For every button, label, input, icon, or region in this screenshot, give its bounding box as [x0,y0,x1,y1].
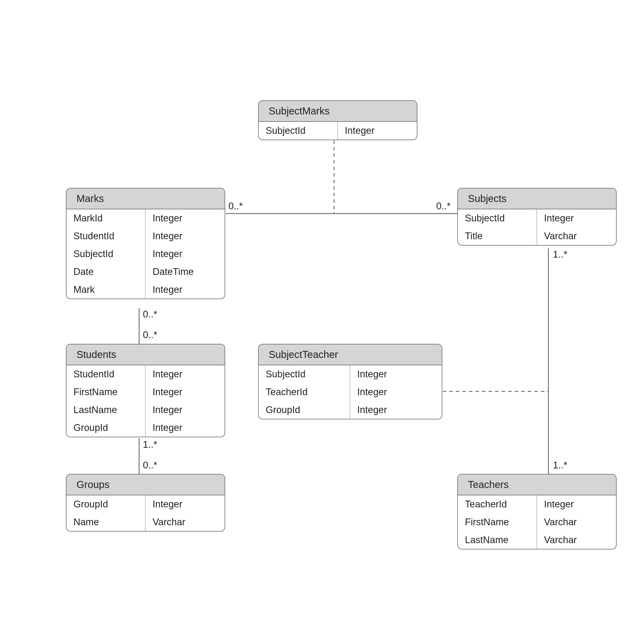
entity-title: Students [66,344,225,365]
multiplicity-label: 0..* [143,330,157,340]
field-name: SubjectId [259,122,338,140]
entity-teachers: Teachers TeacherId Integer FirstName Var… [457,474,617,549]
multiplicity-label: 0..* [436,201,451,212]
field-name: FirstName [66,383,146,401]
field-name: SubjectId [458,209,537,227]
entity-title: Teachers [458,474,616,495]
field-type: DateTime [146,263,225,281]
field-type: Varchar [537,227,616,245]
entity-title: Marks [66,188,225,209]
field-type: Integer [350,365,442,383]
entity-subjectteacher: SubjectTeacher SubjectId Integer Teacher… [258,344,442,419]
entity-title: Subjects [458,188,616,209]
entity-title: SubjectTeacher [259,344,442,365]
field-name: Title [458,227,537,245]
field-type: Integer [146,365,225,383]
entity-rows: StudentId Integer FirstName Integer Last… [66,365,225,437]
entity-rows: SubjectId Integer [259,122,417,140]
field-type: Integer [537,495,616,513]
multiplicity-label: 0..* [228,201,243,212]
field-name: FirstName [458,513,537,531]
entity-rows: TeacherId Integer FirstName Varchar Last… [458,495,616,549]
field-type: Integer [146,401,225,419]
entity-rows: SubjectId Integer TeacherId Integer Grou… [259,365,442,419]
entity-subjects: Subjects SubjectId Integer Title Varchar [457,188,617,246]
entity-title: Groups [66,474,225,495]
multiplicity-label: 0..* [143,309,157,320]
field-type: Varchar [537,531,616,549]
entity-rows: GroupId Integer Name Varchar [66,495,225,531]
field-type: Integer [146,419,225,437]
field-name: StudentId [66,365,146,383]
field-name: TeacherId [259,383,350,401]
field-type: Integer [146,245,225,263]
field-type: Integer [146,495,225,513]
erd-canvas: SubjectMarks SubjectId Integer Marks Mar… [0,0,644,644]
entity-groups: Groups GroupId Integer Name Varchar [66,474,225,532]
field-type: Integer [146,227,225,245]
field-type: Varchar [146,513,225,531]
entity-title: SubjectMarks [259,101,417,122]
field-name: MarkId [66,209,146,227]
multiplicity-label: 1..* [143,439,157,450]
multiplicity-label: 1..* [553,460,567,471]
field-name: GroupId [259,401,350,419]
field-type: Integer [338,122,417,140]
field-name: Name [66,513,146,531]
field-name: SubjectId [66,245,146,263]
field-type: Integer [350,383,442,401]
field-name: LastName [66,401,146,419]
entity-subjectmarks: SubjectMarks SubjectId Integer [258,100,417,140]
multiplicity-label: 0..* [143,460,157,471]
field-name: LastName [458,531,537,549]
entity-marks: Marks MarkId Integer StudentId Integer S… [66,188,225,299]
entity-students: Students StudentId Integer FirstName Int… [66,344,225,437]
field-name: SubjectId [259,365,350,383]
field-type: Integer [350,401,442,419]
field-name: Date [66,263,146,281]
field-type: Integer [146,281,225,299]
field-name: GroupId [66,419,146,437]
entity-rows: SubjectId Integer Title Varchar [458,209,616,245]
field-name: Mark [66,281,146,299]
field-name: TeacherId [458,495,537,513]
entity-rows: MarkId Integer StudentId Integer Subject… [66,209,225,299]
field-type: Integer [537,209,616,227]
field-name: GroupId [66,495,146,513]
field-type: Integer [146,383,225,401]
field-type: Varchar [537,513,616,531]
field-name: StudentId [66,227,146,245]
field-type: Integer [146,209,225,227]
multiplicity-label: 1..* [553,249,567,260]
